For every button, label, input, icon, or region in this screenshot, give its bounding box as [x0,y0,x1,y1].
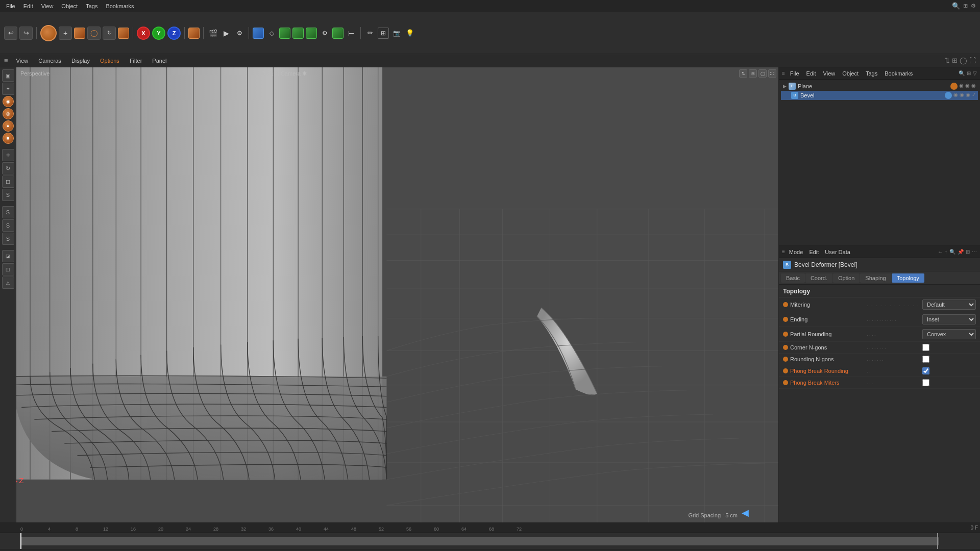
3d-viewport[interactable]: Y Z [16,67,778,522]
x-axis-button[interactable]: X [137,27,150,40]
camera-icon[interactable]: 📷 [391,28,402,39]
search-icon[interactable]: 🔍 [952,2,960,10]
bevel-render-icon[interactable]: ◉ [960,92,964,99]
play-icon[interactable]: ▶ [220,28,232,39]
object-mode-button[interactable]: ■ [3,133,14,144]
options-menu[interactable]: Options [98,57,121,65]
point-mode-button[interactable]: ● [3,120,14,132]
tab-topology[interactable]: Topology [892,273,924,283]
spline-tool-button[interactable]: S [2,219,14,232]
move-tool-button[interactable]: ✛ [2,149,14,161]
props-nav-prev[interactable]: ← [938,249,943,255]
spline-button[interactable]: ◯ [87,27,101,40]
phong-break-miters-checkbox[interactable] [922,379,929,386]
clapboard-icon[interactable]: 🎬 [207,28,218,39]
scale-tool-button[interactable]: ⊡ [2,176,14,188]
rounding-ngons-checkbox[interactable] [922,356,929,363]
rotate-tool-button[interactable]: ↻ [2,162,14,174]
viewport-icon1[interactable]: ⇅ [739,69,747,78]
viewport-icon4[interactable]: ⛶ [768,69,776,78]
viewport-expand-icon[interactable]: ⊞ [952,57,958,64]
bevel-vis-icon[interactable]: ◉ [953,92,958,99]
props-search[interactable]: 🔍 [949,249,955,255]
light-icon[interactable]: 💡 [404,28,415,39]
undo-button[interactable]: ↩ [4,27,17,40]
viewport-icon2[interactable]: ⊞ [749,69,757,78]
tab-basic[interactable]: Basic [781,273,805,283]
tab-coord[interactable]: Coord. [805,273,832,283]
props-edit-menu[interactable]: Edit [807,248,821,256]
tab-shaping[interactable]: Shaping [860,273,891,283]
corner-ngons-checkbox[interactable] [922,344,929,351]
brush-tool-button[interactable]: ◬ [2,277,14,289]
ending-select[interactable]: Inset None Flat [922,314,976,324]
move-icon[interactable] [279,28,290,39]
props-pin[interactable]: 📌 [958,249,964,255]
viewport-fullscreen-icon[interactable]: ⛶ [969,57,976,64]
cameras-menu[interactable]: Cameras [36,57,63,65]
display-menu[interactable]: Display [69,57,92,65]
panel-file-menu[interactable]: File [788,69,801,78]
filter-menu[interactable]: Filter [128,57,144,65]
knife-tool-button[interactable]: S [2,233,14,245]
app-menu-bookmarks[interactable]: Bookmarks [104,2,136,10]
model-mode-button[interactable]: ▣ [2,69,14,82]
polygon-mode-button[interactable]: ◉ [3,96,14,107]
draw-tool-button[interactable]: S [2,206,14,218]
texture-tool-button[interactable]: ◪ [2,250,14,262]
app-menu-edit[interactable]: Edit [21,2,35,10]
search-obj-icon[interactable]: 🔍 [959,70,965,76]
redo-button[interactable]: ↪ [19,27,33,40]
rotate-icon[interactable] [306,28,317,39]
panel-edit-menu[interactable]: Edit [804,69,818,78]
plane-vis-icon[interactable]: ◉ [959,83,964,90]
panel-view-menu[interactable]: View [821,69,838,78]
pipe-icon[interactable]: ⊢ [346,28,357,39]
props-layout[interactable]: ⊞ [966,249,970,255]
paint-tool-button[interactable]: ◫ [2,263,14,276]
bevel-lock-icon[interactable]: ◉ [966,92,970,99]
panel-menu[interactable]: Panel [150,57,168,65]
view-cube-icon[interactable] [253,28,264,39]
props-mode-menu[interactable]: Mode [787,248,805,256]
panel-bookmarks-menu[interactable]: Bookmarks [883,69,915,78]
viewport-solo-icon[interactable]: ◯ [960,57,967,64]
paint-icon[interactable]: ✏ [364,28,376,39]
edge-mode-button[interactable]: ◎ [3,108,14,119]
cube-solid-button[interactable] [118,28,129,39]
app-menu-view[interactable]: View [39,2,56,10]
select-icon[interactable]: ◇ [266,28,277,39]
add-object-button[interactable]: + [59,27,72,40]
mesh-edit-button[interactable]: ✦ [2,83,14,95]
render-settings-icon[interactable]: ⚙ [234,28,245,39]
object-sphere-button[interactable] [40,25,57,41]
object-bevel-row[interactable]: B Bevel ◉ ◉ ◉ ✓ [781,91,978,100]
props-nav-up[interactable]: ↑ [945,249,947,255]
app-menu-file[interactable]: File [4,2,17,10]
phong-break-rounding-checkbox[interactable] [922,367,929,374]
bevel-check-icon[interactable]: ✓ [972,92,976,99]
viewport-lock-icon[interactable]: ⇅ [944,57,950,64]
tab-option[interactable]: Option [833,273,860,283]
settings-icon[interactable]: ⚙ [971,3,976,9]
mitering-select[interactable]: Default Uniform Radial [922,299,976,310]
layout-icon[interactable]: ⊞ [963,3,968,9]
z-axis-button[interactable]: Z [167,27,181,40]
timeline-track[interactable] [20,537,939,545]
playhead[interactable] [20,533,21,549]
app-menu-tags[interactable]: Tags [84,2,100,10]
view-menu[interactable]: View [14,57,31,65]
plane-lock-icon[interactable]: ◉ [971,83,976,90]
gear-icon2[interactable]: ⚙ [319,28,330,39]
filter-obj-icon[interactable]: ▽ [973,70,977,76]
partial-rounding-select[interactable]: Convex None Concave [922,329,976,339]
grid-icon[interactable]: ⊞ [378,28,389,39]
layout-obj-icon[interactable]: ⊞ [967,70,971,76]
scale-icon[interactable] [292,28,304,39]
y-axis-button[interactable]: Y [152,27,165,40]
timeline-bar[interactable] [0,533,980,549]
viewport-icon3[interactable]: ◯ [758,69,767,78]
app-menu-object[interactable]: Object [59,2,80,10]
select-tool-button[interactable]: S [2,189,14,201]
cube-solid2-button[interactable] [188,28,200,39]
